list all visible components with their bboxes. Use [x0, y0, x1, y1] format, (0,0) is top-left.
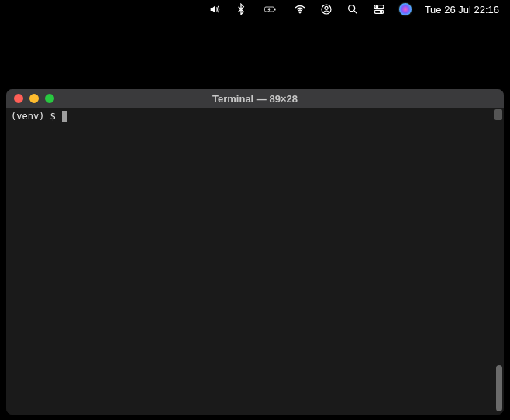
siri-icon[interactable] [398, 2, 412, 16]
svg-point-4 [325, 6, 328, 9]
svg-point-2 [299, 12, 301, 13]
svg-point-5 [348, 5, 354, 12]
terminal-content[interactable]: (venv) $ [6, 108, 504, 415]
svg-rect-1 [274, 9, 276, 11]
wifi-icon[interactable] [293, 2, 307, 16]
close-button[interactable] [14, 94, 23, 103]
menubar-datetime[interactable]: Tue 26 Jul 22:16 [425, 4, 499, 15]
volume-icon[interactable] [208, 2, 222, 16]
cursor-icon [62, 111, 67, 122]
prompt-line: (venv) $ [11, 111, 499, 122]
bluetooth-icon[interactable] [234, 2, 248, 16]
scroll-marker-icon [494, 109, 502, 120]
minimize-button[interactable] [29, 94, 39, 103]
maximize-button[interactable] [45, 94, 54, 103]
svg-point-7 [376, 5, 378, 8]
svg-point-9 [380, 11, 382, 13]
user-icon[interactable] [319, 2, 333, 16]
macos-menubar: Tue 26 Jul 22:16 [208, 0, 510, 19]
scroll-thumb[interactable] [496, 365, 502, 411]
shell-prompt: (venv) $ [11, 111, 61, 122]
scrollbar[interactable] [494, 109, 502, 413]
battery-charging-icon[interactable] [260, 2, 281, 16]
window-controls [6, 94, 54, 103]
window-titlebar[interactable]: Terminal — 89×28 [6, 89, 504, 108]
control-center-icon[interactable] [372, 2, 386, 16]
spotlight-search-icon[interactable] [346, 2, 360, 16]
window-title: Terminal — 89×28 [6, 93, 504, 105]
svg-rect-0 [264, 7, 274, 12]
terminal-window: Terminal — 89×28 (venv) $ [6, 89, 504, 415]
